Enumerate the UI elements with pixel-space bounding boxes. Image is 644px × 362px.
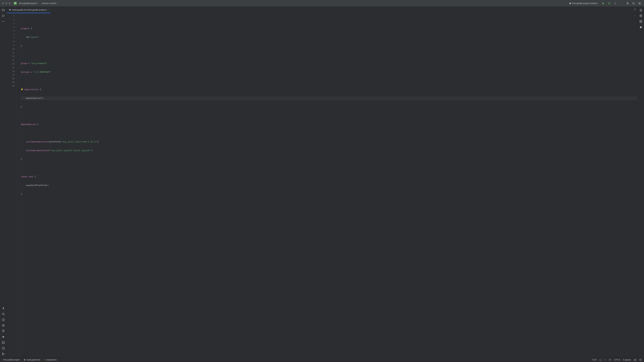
breadcrumb-symbol[interactable]: repositories xyxy=(46,359,57,361)
caret-position[interactable]: 9:19 xyxy=(592,359,597,361)
project-selector[interactable]: first-gradle-project ▾ xyxy=(18,1,39,5)
svg-point-4 xyxy=(627,2,628,3)
project-tool-icon[interactable] xyxy=(1,8,6,12)
svg-point-0 xyxy=(608,3,610,4)
svg-point-12 xyxy=(4,21,4,22)
readonly-lock-icon[interactable] xyxy=(633,359,637,361)
window-controls xyxy=(2,2,11,4)
chevron-right-icon: 〉 xyxy=(21,358,23,361)
line-separator[interactable]: LF xyxy=(608,359,612,361)
notifications-icon[interactable] xyxy=(638,8,643,12)
structure-tool-icon[interactable] xyxy=(1,13,6,18)
more-actions-button[interactable] xyxy=(613,1,618,6)
svg-point-15 xyxy=(3,320,4,320)
svg-point-11 xyxy=(3,21,4,22)
main-toolbar: FP first-gradle-project ▾ Version contro… xyxy=(0,0,644,7)
collab-icon[interactable] xyxy=(625,1,630,6)
run-config-selector[interactable]: first-gradle-project [clean] ▾ xyxy=(568,1,600,5)
close-dot[interactable] xyxy=(2,2,4,4)
svg-point-27 xyxy=(640,20,642,21)
gutter-margin xyxy=(16,13,20,357)
svg-point-22 xyxy=(4,354,4,354)
todo-tool-icon[interactable] xyxy=(1,318,6,322)
breadcrumb-project[interactable]: first-gradle-project xyxy=(3,359,20,361)
svg-point-6 xyxy=(639,3,640,4)
debug-button[interactable] xyxy=(607,1,612,6)
editor-body[interactable]: 1234567891011121314151617181920 ✓ plugin… xyxy=(7,13,637,357)
svg-point-23 xyxy=(635,8,635,8)
build-tool-icon[interactable] xyxy=(1,323,6,328)
services-tool-icon[interactable] xyxy=(1,306,6,311)
svg-point-5 xyxy=(632,2,634,4)
close-tab-icon[interactable]: × xyxy=(47,8,48,11)
editor-tabs: build.gradle.kts (first-gradle-project) … xyxy=(7,7,637,13)
svg-point-2 xyxy=(615,3,616,3)
svg-rect-28 xyxy=(634,360,636,361)
module-icon: ▫ xyxy=(2,359,2,361)
search-icon[interactable] xyxy=(631,1,636,6)
gradle-tool-icon[interactable] xyxy=(638,25,643,29)
breadcrumb-file[interactable]: build.gradle.kts xyxy=(27,359,40,361)
breadcrumb: ▫ first-gradle-project 〉 build.gradle.kt… xyxy=(2,358,57,361)
editor-tab-active[interactable]: build.gradle.kts (first-gradle-project) … xyxy=(7,7,50,13)
svg-text:T: T xyxy=(3,330,4,332)
left-tool-stripe: T xyxy=(0,7,7,357)
elephant-icon xyxy=(24,359,26,361)
svg-point-13 xyxy=(2,313,4,315)
problems-tool-icon[interactable] xyxy=(1,346,6,351)
chevron-down-icon: ▾ xyxy=(57,2,58,4)
tab-actions-icon[interactable] xyxy=(632,7,637,11)
main-area: T build.gradle.kts (first-gradle-project… xyxy=(0,7,644,357)
more-tool-icon[interactable] xyxy=(1,19,6,24)
highlighting-level-icon[interactable]: ⌖ xyxy=(604,359,606,361)
svg-point-8 xyxy=(2,16,3,17)
project-name: first-gradle-project xyxy=(19,2,37,4)
elephant-icon xyxy=(569,2,572,5)
power-save-icon[interactable] xyxy=(639,359,642,361)
settings-icon[interactable] xyxy=(637,1,642,6)
line-numbers: 1234567891011121314151617181920 xyxy=(7,13,16,357)
project-badge: FP xyxy=(14,2,17,5)
svg-point-25 xyxy=(635,10,635,10)
svg-point-3 xyxy=(615,4,616,4)
lambda-icon: λ xyxy=(44,359,45,361)
bookmarks-tool-icon[interactable]: T xyxy=(1,329,6,334)
intention-bulb-icon[interactable]: 💡 xyxy=(21,88,23,91)
status-bar: ▫ first-gradle-project 〉 build.gradle.kt… xyxy=(0,357,644,362)
vcs-tool-icon[interactable] xyxy=(1,352,6,356)
run-button[interactable] xyxy=(601,1,606,6)
ai-tool-icon[interactable] xyxy=(638,13,643,18)
run-tool-icon[interactable] xyxy=(1,335,6,339)
tab-title: build.gradle.kts (first-gradle-project) xyxy=(12,8,46,11)
chevron-down-icon: ▾ xyxy=(38,2,38,4)
inspection-ok-icon[interactable]: ✓ xyxy=(634,14,636,17)
vcs-menu[interactable]: Version control ▾ xyxy=(40,1,58,5)
editor-column: build.gradle.kts (first-gradle-project) … xyxy=(7,7,637,357)
svg-point-10 xyxy=(2,21,3,22)
right-tool-stripe xyxy=(637,7,644,357)
code-area[interactable]: ✓ plugins { id("java") } group = "org.ex… xyxy=(20,13,637,357)
heap-indicator-icon[interactable]: ◯ xyxy=(599,359,602,361)
svg-point-9 xyxy=(4,15,4,16)
svg-point-7 xyxy=(2,14,3,15)
max-dot[interactable] xyxy=(9,2,11,4)
svg-point-20 xyxy=(2,353,3,354)
svg-point-1 xyxy=(615,2,616,3)
vcs-label: Version control xyxy=(42,2,56,4)
svg-point-21 xyxy=(2,355,3,355)
terminal-tool-icon[interactable] xyxy=(1,340,6,345)
database-tool-icon[interactable] xyxy=(638,19,643,24)
chevron-down-icon: ▾ xyxy=(598,2,598,4)
indent-info[interactable]: 4 spaces xyxy=(622,359,632,361)
find-tool-icon[interactable] xyxy=(1,312,6,317)
file-encoding[interactable]: UTF-8 xyxy=(614,359,620,361)
svg-point-24 xyxy=(635,9,635,9)
min-dot[interactable] xyxy=(5,2,8,4)
run-config-name: first-gradle-project [clean] xyxy=(572,2,597,4)
elephant-icon xyxy=(9,8,11,11)
chevron-right-icon: 〉 xyxy=(41,358,43,361)
